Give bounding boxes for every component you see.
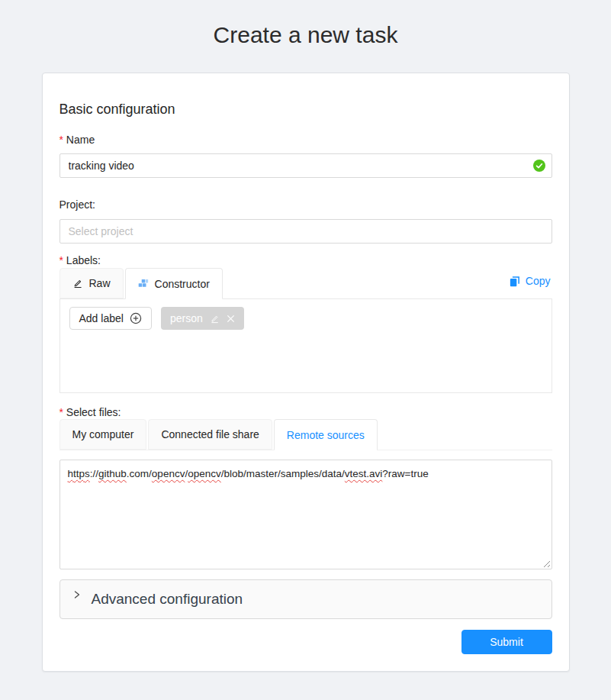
edit-icon[interactable]	[210, 314, 220, 324]
resize-handle[interactable]	[541, 558, 551, 568]
name-label: Name	[59, 132, 552, 147]
label-tag-person[interactable]: person	[161, 307, 244, 330]
edit-icon	[72, 278, 83, 289]
submit-button[interactable]: Submit	[461, 630, 552, 654]
add-label-button-label: Add label	[79, 312, 124, 324]
tab-constructor[interactable]: Constructor	[125, 268, 223, 299]
tab-my-computer[interactable]: My computer	[59, 419, 147, 450]
tab-connected-file-share[interactable]: Connected file share	[148, 419, 272, 450]
project-label: Project:	[59, 197, 552, 212]
tab-constructor-label: Constructor	[155, 278, 210, 290]
label-tag-name: person	[170, 312, 203, 324]
basic-configuration-heading: Basic configuration	[59, 101, 552, 118]
chevron-right-icon	[72, 590, 82, 599]
add-label-button[interactable]: Add label	[69, 307, 152, 330]
tab-remote-sources[interactable]: Remote sources	[274, 419, 378, 450]
labels-label: Labels:	[59, 253, 552, 268]
project-select[interactable]	[59, 219, 552, 244]
remote-url-textarea[interactable]: https://github.com/opencv/opencv/blob/ma…	[59, 460, 552, 569]
advanced-configuration-header[interactable]: Advanced configuration	[59, 579, 552, 619]
select-files-label: Select files:	[59, 405, 552, 420]
copy-link-label: Copy	[526, 275, 551, 287]
advanced-configuration-title: Advanced configuration	[92, 591, 243, 608]
tab-raw-label: Raw	[89, 277, 111, 289]
submit-row: Submit	[59, 630, 552, 654]
files-tabs-bar: My computer Connected file share Remote …	[59, 420, 552, 450]
tab-remote-sources-label: Remote sources	[287, 429, 365, 441]
check-circle-icon	[533, 160, 545, 172]
copy-labels-link[interactable]: Copy	[509, 275, 551, 287]
labels-tabs-bar: Raw Constructor Copy	[59, 268, 552, 298]
tab-my-computer-label: My computer	[72, 428, 134, 440]
build-icon	[138, 279, 149, 289]
labels-constructor-area: Add label person	[59, 298, 552, 393]
name-input[interactable]	[59, 153, 552, 178]
remote-url-text: https://github.com/opencv/opencv/blob/ma…	[68, 468, 429, 479]
create-task-card: Basic configuration Name Project: Labels…	[42, 73, 570, 672]
tab-connected-file-share-label: Connected file share	[161, 428, 259, 440]
copy-icon	[509, 276, 520, 287]
tab-raw[interactable]: Raw	[59, 268, 124, 298]
page-title: Create a new task	[0, 20, 611, 50]
plus-circle-icon	[130, 312, 142, 324]
close-icon[interactable]	[227, 315, 235, 323]
